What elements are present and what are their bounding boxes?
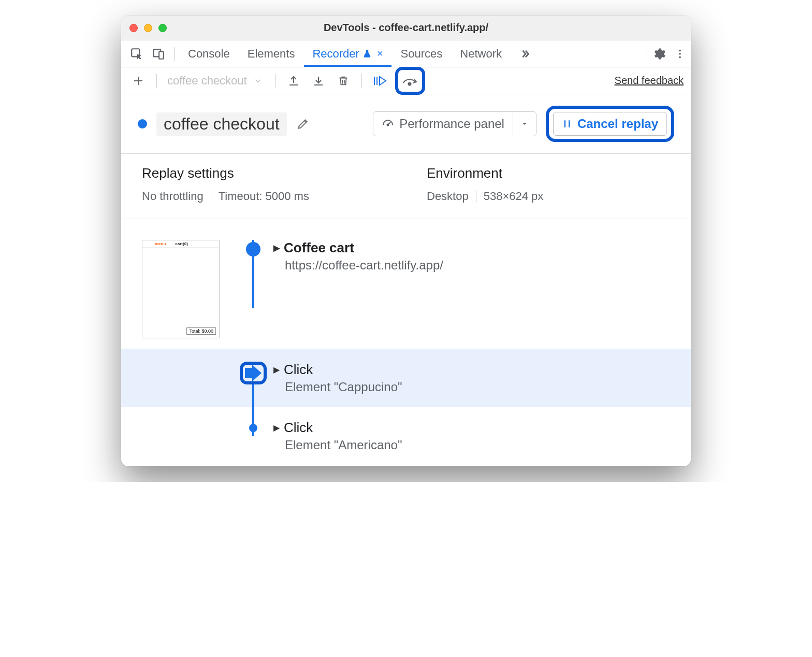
more-tabs-button[interactable] bbox=[511, 40, 539, 67]
environment-settings: Environment Desktop 538×624 px bbox=[427, 165, 670, 203]
step-title: Click bbox=[284, 362, 313, 378]
cancel-replay-highlight: Cancel replay bbox=[546, 106, 674, 142]
chevron-down-icon bbox=[253, 76, 263, 85]
continue-replay-button[interactable] bbox=[370, 71, 390, 91]
divider bbox=[174, 47, 175, 61]
minimize-window-button[interactable] bbox=[144, 24, 152, 32]
pause-icon bbox=[562, 119, 572, 129]
close-tab-icon[interactable]: × bbox=[377, 48, 383, 60]
import-button[interactable] bbox=[309, 71, 328, 91]
recording-header: coffee checkout Performance panel Cancel… bbox=[121, 94, 691, 154]
dimensions-value: 538×624 px bbox=[484, 190, 544, 203]
divider bbox=[361, 74, 362, 88]
flask-icon bbox=[363, 49, 372, 59]
traffic-lights bbox=[129, 24, 167, 32]
tab-console[interactable]: Console bbox=[180, 40, 238, 67]
tab-label: Elements bbox=[248, 47, 295, 61]
step-subtitle: Element "Cappucino" bbox=[285, 380, 670, 394]
replay-settings-heading: Replay settings bbox=[142, 165, 385, 181]
tab-sources[interactable]: Sources bbox=[393, 40, 451, 67]
svg-point-3 bbox=[679, 49, 681, 51]
expand-icon[interactable]: ▶ bbox=[273, 423, 280, 433]
svg-point-4 bbox=[679, 53, 681, 55]
step-over-highlight bbox=[395, 67, 425, 95]
divider bbox=[211, 190, 211, 203]
delete-button[interactable] bbox=[334, 71, 353, 91]
cancel-replay-label: Cancel replay bbox=[577, 117, 658, 131]
replay-settings: Replay settings No throttling Timeout: 5… bbox=[142, 165, 385, 203]
step-row[interactable]: menu cart(0) Total: $0.00 ▶ Coffee cart … bbox=[121, 240, 691, 349]
recording-title[interactable]: coffee checkout bbox=[156, 112, 287, 136]
expand-icon[interactable]: ▶ bbox=[273, 243, 280, 253]
maximize-window-button[interactable] bbox=[158, 24, 167, 32]
tab-label: Network bbox=[460, 47, 502, 61]
step-title: Click bbox=[284, 420, 313, 436]
step-over-button[interactable] bbox=[400, 71, 420, 91]
new-recording-button[interactable] bbox=[128, 71, 148, 91]
recording-selector-label: coffee checkout bbox=[167, 74, 247, 88]
send-feedback-link[interactable]: Send feedback bbox=[615, 75, 684, 87]
step-subtitle: Element "Americano" bbox=[285, 438, 670, 452]
cancel-replay-button[interactable]: Cancel replay bbox=[553, 112, 667, 136]
export-button[interactable] bbox=[284, 71, 303, 91]
tab-network[interactable]: Network bbox=[452, 40, 510, 67]
svg-point-6 bbox=[408, 82, 411, 85]
device-value: Desktop bbox=[427, 190, 469, 203]
perf-dropdown-label: Performance panel bbox=[399, 117, 504, 131]
svg-rect-2 bbox=[159, 51, 164, 59]
thumb-total: Total: $0.00 bbox=[186, 327, 216, 335]
thumb-label: cart(0) bbox=[175, 241, 187, 246]
step-row-current[interactable]: ▶ Click Element "Cappucino" bbox=[121, 349, 691, 407]
step-marker-icon bbox=[246, 242, 260, 256]
tab-recorder[interactable]: Recorder × bbox=[304, 40, 391, 67]
timeout-value[interactable]: Timeout: 5000 ms bbox=[219, 190, 309, 203]
throttling-value[interactable]: No throttling bbox=[142, 190, 204, 203]
window-title: DevTools - coffee-cart.netlify.app/ bbox=[121, 22, 691, 34]
step-title: Coffee cart bbox=[284, 240, 354, 256]
recording-selector[interactable]: coffee checkout bbox=[165, 74, 267, 88]
settings-gear-icon[interactable] bbox=[651, 47, 666, 61]
step-subtitle: https://coffee-cart.netlify.app/ bbox=[285, 258, 670, 273]
recorder-toolbar: coffee checkout Send feedback bbox=[121, 67, 691, 94]
recording-indicator-icon bbox=[138, 119, 147, 128]
svg-point-7 bbox=[387, 124, 389, 126]
devtools-window: DevTools - coffee-cart.netlify.app/ Cons… bbox=[121, 16, 691, 466]
tab-label: Sources bbox=[401, 47, 443, 61]
settings-row: Replay settings No throttling Timeout: 5… bbox=[121, 154, 691, 219]
tab-elements[interactable]: Elements bbox=[239, 40, 303, 67]
step-row[interactable]: ▶ Click Element "Americano" bbox=[121, 407, 691, 459]
kebab-menu-icon[interactable] bbox=[674, 48, 686, 60]
panel-tabbar: Console Elements Recorder × Sources Netw… bbox=[121, 40, 691, 67]
current-step-highlight bbox=[240, 362, 267, 384]
steps-list: menu cart(0) Total: $0.00 ▶ Coffee cart … bbox=[121, 219, 691, 466]
divider bbox=[156, 74, 157, 88]
performance-panel-dropdown[interactable]: Performance panel bbox=[373, 111, 536, 136]
divider bbox=[646, 47, 646, 61]
gauge-icon bbox=[382, 118, 394, 130]
environment-heading: Environment bbox=[427, 165, 670, 181]
page-thumbnail: menu cart(0) Total: $0.00 bbox=[142, 240, 220, 338]
close-window-button[interactable] bbox=[129, 24, 138, 32]
step-marker-icon bbox=[249, 424, 257, 432]
inspect-element-icon[interactable] bbox=[126, 44, 147, 64]
titlebar: DevTools - coffee-cart.netlify.app/ bbox=[121, 16, 691, 40]
tab-label: Console bbox=[188, 47, 230, 61]
divider bbox=[476, 190, 476, 203]
tab-label: Recorder bbox=[312, 47, 359, 61]
chevron-down-icon[interactable] bbox=[513, 112, 536, 136]
expand-icon[interactable]: ▶ bbox=[273, 365, 280, 375]
edit-title-icon[interactable] bbox=[296, 117, 310, 131]
current-step-arrow-icon bbox=[244, 366, 263, 380]
divider bbox=[275, 74, 276, 88]
thumb-label: menu bbox=[155, 241, 166, 246]
svg-point-5 bbox=[679, 56, 681, 58]
device-toolbar-icon[interactable] bbox=[148, 44, 169, 64]
